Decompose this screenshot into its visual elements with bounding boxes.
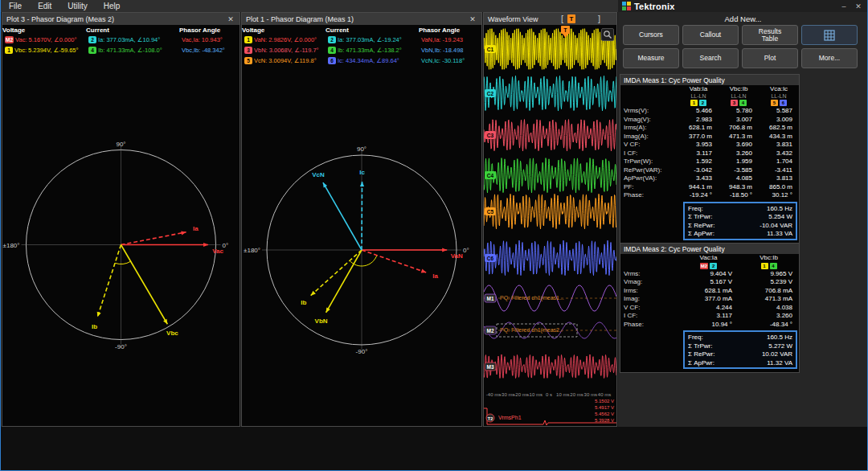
phasor-table: VoltageCurrentPhasor AngleM2Vac: 5.1670V… xyxy=(2,25,240,55)
summary-label: Σ TrPwr: xyxy=(688,342,712,350)
phasor-table-header-row: VoltageCurrentPhasor Angle xyxy=(242,25,481,35)
plot3-titlebar[interactable]: Plot 3 - Phasor Diagram (Meas 2) ✕ xyxy=(2,13,240,25)
results-title: IMDA Meas 2: Cyc Power Quality xyxy=(620,244,799,254)
column-subtitle: LL-LN xyxy=(759,93,799,100)
measurement-value: 706.8 m xyxy=(719,124,759,131)
zoom-icon[interactable] xyxy=(601,28,614,41)
app-titlebar[interactable]: Tektronix – ✕ xyxy=(618,0,868,12)
summary-label: Σ ApPwr: xyxy=(688,359,714,367)
column-header: Current xyxy=(86,27,179,34)
vector-label: Ib xyxy=(92,323,97,330)
measurement-value: -19.24 ° xyxy=(678,191,719,199)
measurement-row: PF:944.1 m948.3 m865.0 m xyxy=(620,182,799,191)
phasor-angle-cell: Vbc,Ib: -48.342° xyxy=(179,47,240,54)
badge-label: C4 xyxy=(487,173,494,178)
current-cell: 2Ia: 377.03mA, ∠10.94° xyxy=(86,36,179,43)
voltage-channel-badge: 5 xyxy=(244,57,252,64)
measurement-row: Irms:628.1 mA706.8 mA xyxy=(620,286,799,295)
measurement-value: 3.433 xyxy=(678,174,719,182)
minimize-icon[interactable]: – xyxy=(838,2,850,10)
column-header: Voltage xyxy=(2,27,86,34)
source-chips: 14 xyxy=(739,263,799,269)
menu-utility[interactable]: Utility xyxy=(68,2,87,10)
column-name: Vca:Ic xyxy=(759,86,799,93)
close-icon[interactable]: ✕ xyxy=(853,2,864,10)
callout-button[interactable]: Callout xyxy=(682,25,739,45)
measurement-value: 706.8 mA xyxy=(739,287,799,294)
voltage-cell: 5VcN: 3.0094V, ∠119.8° xyxy=(242,57,326,64)
expansion-bracket-left-icon[interactable]: [ xyxy=(561,14,563,23)
voltage-value: VbN: 3.0068V, ∠-119.7° xyxy=(254,47,319,54)
measurement-value: 3.953 xyxy=(678,141,719,148)
expansion-bracket-right-icon[interactable]: ] xyxy=(598,14,600,23)
close-icon[interactable]: ✕ xyxy=(468,15,477,23)
measurement-label: TrPwr(W): xyxy=(620,158,678,165)
measurement-value: 5.167 V xyxy=(678,278,739,285)
measurement-row: ApPwr(VA):3.4334.0853.813 xyxy=(620,174,799,182)
search-button[interactable]: Search xyxy=(682,48,739,68)
measurement-value: -3.585 xyxy=(719,166,759,174)
measurement-value: 5.780 xyxy=(719,107,759,114)
waveform-canvas[interactable]: C1C2C3C4C5C6M1PQ: Filtered ch1(meas1...M… xyxy=(484,25,616,426)
close-icon[interactable]: ✕ xyxy=(226,15,235,23)
results-panel-meas1[interactable]: IMDA Meas 1: Cyc Power Quality Vab:IaLL-… xyxy=(620,74,800,244)
menu-edit[interactable]: Edit xyxy=(38,2,51,10)
results-rows: Vrms:9.404 V9.965 VVmag:5.167 V5.239 VIr… xyxy=(620,269,799,329)
column-name: Vab:Ia xyxy=(678,86,719,93)
measurement-label: Vrms(V): xyxy=(620,107,678,114)
measure-button[interactable]: Measure xyxy=(623,48,679,68)
trace-label: PQ: Filtered ch1(meas2.. xyxy=(500,327,563,334)
measurement-label: V CF: xyxy=(620,141,678,148)
phasor-diagram-area: 90°-90°±180°0°VaNIaVbNIbVcNIc xyxy=(242,66,481,426)
menu-file[interactable]: File xyxy=(9,2,22,10)
plot-button[interactable]: Plot xyxy=(742,48,798,68)
more-button[interactable]: More... xyxy=(801,48,858,68)
phasor-angle-value: VbN,Ib: -18.498 xyxy=(421,47,464,54)
results-title: IMDA Meas 1: Cyc Power Quality xyxy=(620,75,799,85)
waveform-c1 xyxy=(484,29,616,70)
waveform-c4 xyxy=(484,158,616,193)
column-header: Current xyxy=(326,27,419,34)
measurement-value: 4.085 xyxy=(719,174,759,182)
measurement-value: 628.1 m xyxy=(678,124,719,131)
summary-value: 5.272 W xyxy=(768,342,792,350)
measurement-value: 628.1 mA xyxy=(678,287,739,294)
vector-arrowhead xyxy=(181,231,186,235)
phasor-angle-value: VcN,Ic: -30.118° xyxy=(421,57,465,64)
results-table-button[interactable]: Results Table xyxy=(742,25,798,45)
column-name: Vbc:Ib xyxy=(739,255,799,262)
column-name: Vbc:Ib xyxy=(719,86,759,93)
summary-box[interactable]: Freq:160.5 HzΣ TrPwr:5.272 WΣ RePwr:10.0… xyxy=(683,330,797,369)
badge-label: C5 xyxy=(487,209,494,215)
plot1-titlebar[interactable]: Plot 1 - Phasor Diagram (Meas 1) ✕ xyxy=(242,13,481,25)
vector-label: Ic xyxy=(359,169,365,176)
time-axis-label: 40 ms xyxy=(598,392,611,397)
waveform-view-titlebar[interactable]: Waveform View [ T ] xyxy=(484,13,616,25)
results-columns: Vac:IaM22Vbc:Ib14 xyxy=(620,254,799,269)
vector-arrowhead xyxy=(421,269,427,273)
trigger-marker-icon[interactable]: T xyxy=(567,14,575,23)
measurement-value: 5.587 xyxy=(759,107,799,114)
vector-arrowhead xyxy=(97,312,101,317)
cursors-button[interactable]: Cursors xyxy=(623,25,679,45)
results-grid-icon-button[interactable] xyxy=(801,25,858,45)
current-value: Ic: 434.34mA, ∠89.64° xyxy=(338,57,399,64)
summary-box[interactable]: Freq:160.5 HzΣ TrPwr:5.254 WΣ RePwr:-10.… xyxy=(683,202,797,240)
current-channel-badge: 6 xyxy=(328,57,336,64)
add-new-label: Add New... xyxy=(618,12,868,23)
phasor-vector-vbc xyxy=(121,245,168,325)
axis-label: 0° xyxy=(463,247,469,254)
summary-row: Freq:160.5 Hz xyxy=(688,333,792,342)
vector-label: Ia xyxy=(193,225,199,232)
measurement-value: 4.244 xyxy=(678,304,739,311)
measurement-label: I CF: xyxy=(620,312,678,319)
plot1-window: Plot 1 - Phasor Diagram (Meas 1) ✕ Volta… xyxy=(241,12,482,427)
badge-label: M3 xyxy=(486,364,493,370)
brand-name: Tektronix xyxy=(634,2,675,11)
results-panel-meas2[interactable]: IMDA Meas 2: Cyc Power Quality Vac:IaM22… xyxy=(620,243,800,373)
measurement-row: Vrms(V):5.4665.7805.587 xyxy=(620,106,799,115)
summary-row: Freq:160.5 Hz xyxy=(688,204,792,213)
measurement-row: Imag:377.0 mA471.3 mA xyxy=(620,294,799,303)
menu-help[interactable]: Help xyxy=(104,2,121,10)
vector-label: VbN xyxy=(315,317,328,325)
